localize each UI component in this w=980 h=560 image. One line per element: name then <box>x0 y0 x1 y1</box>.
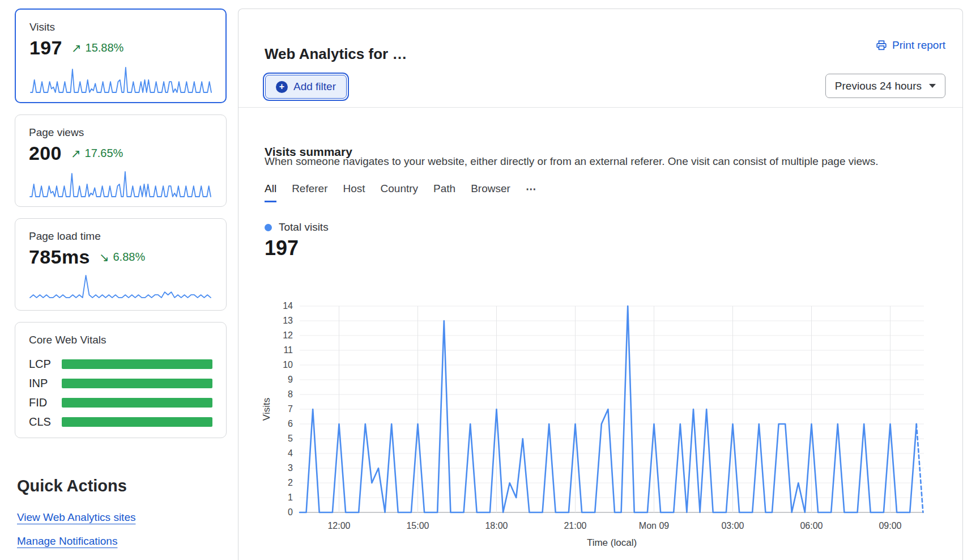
tab-path[interactable]: Path <box>433 183 455 202</box>
tab-host[interactable]: Host <box>343 183 365 202</box>
trend-value: 15.88% <box>86 41 124 54</box>
legend-dot-icon <box>265 224 272 231</box>
dimension-tabs: All Referer Host Country Path Browser ⋯ <box>265 183 538 202</box>
tab-country[interactable]: Country <box>381 183 419 202</box>
svg-text:13: 13 <box>283 316 293 325</box>
svg-text:03:00: 03:00 <box>721 521 744 531</box>
total-visits-value: 197 <box>265 236 299 260</box>
manage-notifications-link[interactable]: Manage Notifications <box>17 535 117 548</box>
page-views-sparkline <box>29 169 212 198</box>
tab-referer[interactable]: Referer <box>292 183 327 202</box>
metric-trend: ↘ 6.88% <box>99 251 145 264</box>
metric-card-title: Page views <box>29 126 212 139</box>
legend-total-visits[interactable]: Total visits <box>265 221 329 234</box>
metric-card-page-views[interactable]: Page views 200 ↗ 17.65% <box>15 114 227 207</box>
metric-trend: ↗ 17.65% <box>71 147 123 160</box>
svg-text:Time (local): Time (local) <box>587 537 637 548</box>
svg-text:Visits: Visits <box>261 398 272 421</box>
svg-text:3: 3 <box>288 463 293 473</box>
metric-card-title: Visits <box>29 21 212 33</box>
svg-text:6: 6 <box>288 419 293 429</box>
metric-value: 785ms <box>29 246 90 268</box>
tab-more-ellipsis[interactable]: ⋯ <box>526 183 538 202</box>
core-web-vitals-rows: LCP INP FID CLS <box>29 359 212 427</box>
svg-text:10: 10 <box>283 360 293 370</box>
svg-text:4: 4 <box>288 448 293 458</box>
print-report-label: Print report <box>892 39 945 52</box>
cwv-bar-good <box>62 359 212 369</box>
cwv-bar-good <box>62 398 212 408</box>
svg-text:12: 12 <box>283 330 293 340</box>
time-range-dropdown[interactable]: Previous 24 hours <box>825 74 945 98</box>
page-load-time-sparkline <box>29 273 212 302</box>
cwv-bar-good <box>62 417 212 427</box>
header-divider <box>238 107 962 108</box>
svg-text:15:00: 15:00 <box>406 521 429 531</box>
cwv-row-inp: INP <box>29 378 212 388</box>
cwv-label: LCP <box>29 358 62 371</box>
add-filter-label: Add filter <box>293 80 336 93</box>
svg-text:09:00: 09:00 <box>879 521 901 531</box>
web-analytics-panel: Web Analytics for … Print report + Add f… <box>238 9 963 560</box>
cwv-label: FID <box>29 396 62 409</box>
view-web-analytics-sites-link[interactable]: View Web Analytics sites <box>17 511 135 524</box>
core-web-vitals-title: Core Web Vitals <box>29 334 212 346</box>
svg-text:0: 0 <box>288 507 293 517</box>
metric-card-page-load-time[interactable]: Page load time 785ms ↘ 6.88% <box>15 218 227 311</box>
svg-text:5: 5 <box>288 434 293 443</box>
metric-trend: ↗ 15.88% <box>71 41 123 54</box>
svg-text:14: 14 <box>283 301 293 311</box>
tab-all[interactable]: All <box>265 183 276 202</box>
svg-text:21:00: 21:00 <box>564 521 586 531</box>
cwv-row-fid: FID <box>29 397 212 408</box>
metric-value: 197 <box>29 37 62 59</box>
quick-actions-title: Quick Actions <box>17 477 227 495</box>
metrics-sidebar: Visits 197 ↗ 15.88% Page views 200 ↗ 17.… <box>15 9 227 560</box>
legend-label: Total visits <box>279 221 329 234</box>
cwv-row-cls: CLS <box>29 417 212 427</box>
visits-summary-description: When someone navigates to your website, … <box>265 155 879 168</box>
core-web-vitals-card[interactable]: Core Web Vitals LCP INP FID CLS <box>15 322 227 438</box>
metric-card-visits[interactable]: Visits 197 ↗ 15.88% <box>15 9 227 103</box>
metric-value: 200 <box>29 142 62 164</box>
visits-sparkline <box>29 65 212 94</box>
svg-text:2: 2 <box>288 478 293 487</box>
svg-text:06:00: 06:00 <box>800 521 823 531</box>
svg-text:7: 7 <box>288 404 293 414</box>
trend-up-icon: ↗ <box>71 147 81 159</box>
cwv-bar-good <box>62 379 212 388</box>
trend-up-icon: ↗ <box>71 42 82 54</box>
tab-browser[interactable]: Browser <box>471 183 510 202</box>
svg-text:1: 1 <box>288 493 293 502</box>
trend-value: 6.88% <box>113 251 145 264</box>
printer-icon <box>876 40 887 51</box>
svg-text:18:00: 18:00 <box>485 521 508 531</box>
plus-icon: + <box>276 81 288 93</box>
svg-text:8: 8 <box>288 389 293 399</box>
metric-card-title: Page load time <box>29 230 212 243</box>
svg-text:Mon 09: Mon 09 <box>639 521 669 531</box>
cwv-label: CLS <box>29 415 62 429</box>
svg-text:12:00: 12:00 <box>327 521 350 531</box>
svg-text:11: 11 <box>283 345 293 355</box>
cwv-row-lcp: LCP <box>29 359 212 369</box>
print-report-link[interactable]: Print report <box>876 39 945 52</box>
svg-text:9: 9 <box>288 375 293 384</box>
trend-down-icon: ↘ <box>99 251 109 263</box>
page-title: Web Analytics for … <box>265 45 407 63</box>
visits-chart: 0123456789101112131412:0015:0018:0021:00… <box>250 292 941 559</box>
chevron-down-icon <box>929 84 936 88</box>
time-range-label: Previous 24 hours <box>835 80 922 92</box>
trend-value: 17.65% <box>85 147 123 160</box>
add-filter-button[interactable]: + Add filter <box>265 75 347 99</box>
cwv-label: INP <box>29 377 62 390</box>
